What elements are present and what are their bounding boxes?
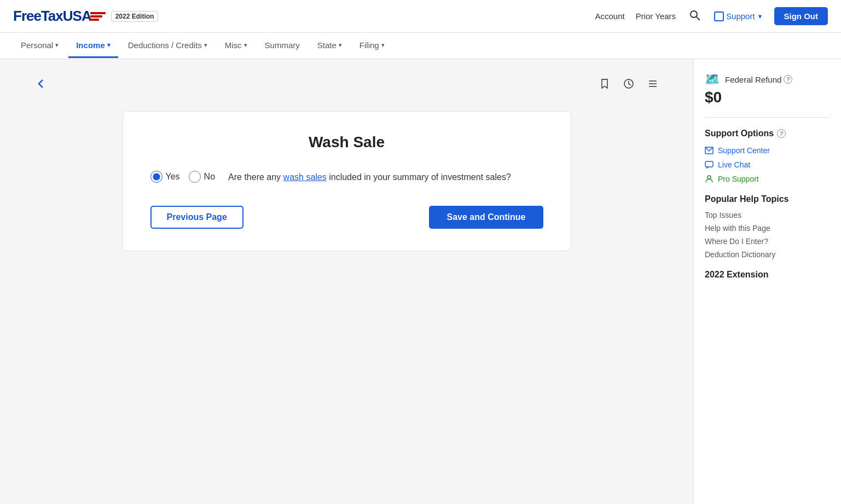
chat-bubble-icon <box>705 161 714 169</box>
no-radio[interactable] <box>189 171 201 183</box>
nav-item-personal[interactable]: Personal ▾ <box>13 34 66 58</box>
chevron-filing-icon: ▾ <box>381 42 385 49</box>
bookmark-icon <box>599 78 610 89</box>
edition-year: 2022 <box>115 13 130 20</box>
support-label: Support <box>726 11 755 21</box>
logo-stripe-1 <box>90 12 106 14</box>
history-button[interactable] <box>621 76 636 94</box>
nav-item-summary[interactable]: Summary <box>257 34 308 58</box>
support-center-label: Support Center <box>718 146 770 155</box>
nav-item-filing[interactable]: Filing ▾ <box>352 34 392 58</box>
nav-label-filing: Filing <box>359 40 379 50</box>
sidebar: 🗺️ Federal Refund ? $0 Support Options ?… <box>693 59 841 504</box>
wash-sales-link[interactable]: wash sales <box>283 172 327 182</box>
person-icon <box>705 175 714 183</box>
support-options-title: Support Options ? <box>705 129 830 138</box>
help-link-1[interactable]: Help with this Page <box>705 224 830 233</box>
logo-area: FreeTaxUSA 2022 Edition <box>13 8 158 25</box>
nav-label-personal: Personal <box>21 40 53 50</box>
support-chevron-icon: ▼ <box>757 13 763 20</box>
content-area: Wash Sale Yes No Are there any wash sale… <box>0 59 693 504</box>
help-topics-title: Popular Help Topics <box>705 194 830 204</box>
support-options-label: Support Options <box>705 129 774 138</box>
svg-point-0 <box>691 11 697 18</box>
logo-stripes <box>90 12 106 21</box>
question-prefix: Are there any <box>228 172 281 182</box>
help-link-2[interactable]: Where Do I Enter? <box>705 237 830 246</box>
refund-label-text: Federal Refund <box>725 75 781 84</box>
pro-support-link[interactable]: Pro Support <box>705 175 830 183</box>
nav-label-deductions: Deductions / Credits <box>128 40 202 50</box>
question-row: Yes No Are there any wash sales included… <box>150 171 543 184</box>
nav-item-deductions[interactable]: Deductions / Credits ▾ <box>120 34 215 58</box>
logo-stripe-2 <box>90 15 102 18</box>
help-link-0[interactable]: Top Issues <box>705 211 830 219</box>
extension-title: 2022 Extension <box>705 270 830 280</box>
chevron-income-icon: ▾ <box>107 42 111 49</box>
chevron-misc-icon: ▾ <box>244 42 247 49</box>
svg-point-8 <box>707 176 711 179</box>
help-link-3[interactable]: Deduction Dictionary <box>705 250 830 259</box>
question-text: Are there any wash sales included in you… <box>228 171 511 184</box>
main-layout: Wash Sale Yes No Are there any wash sale… <box>0 59 841 504</box>
nav-item-misc[interactable]: Misc ▾ <box>217 34 255 58</box>
chevron-personal-icon: ▾ <box>55 42 59 49</box>
nav-bar: Personal ▾ Income ▾ Deductions / Credits… <box>0 33 841 59</box>
support-button[interactable]: Support ▼ <box>714 11 763 21</box>
support-center-link[interactable]: Support Center <box>705 146 830 155</box>
yes-label: Yes <box>166 172 180 182</box>
no-label: No <box>204 172 215 182</box>
header-nav: Account Prior Years Support ▼ Sign Out <box>595 7 828 25</box>
back-button[interactable] <box>33 76 49 95</box>
back-arrow-icon <box>35 78 47 90</box>
logo-text: FreeTaxUSA <box>13 8 91 25</box>
header: FreeTaxUSA 2022 Edition Account Prior Ye… <box>0 0 841 33</box>
refund-section: 🗺️ Federal Refund ? <box>705 72 830 86</box>
prior-years-link[interactable]: Prior Years <box>636 11 676 21</box>
live-chat-label: Live Chat <box>718 160 750 169</box>
logo: FreeTaxUSA <box>13 8 106 25</box>
refund-help-icon[interactable]: ? <box>784 75 792 84</box>
nav-label-misc: Misc <box>225 40 242 50</box>
button-row: Previous Page Save and Continue <box>150 206 543 229</box>
support-options-help-icon[interactable]: ? <box>777 129 786 138</box>
signout-button[interactable]: Sign Out <box>774 7 828 25</box>
previous-page-button[interactable]: Previous Page <box>150 206 243 229</box>
form-card: Wash Sale Yes No Are there any wash sale… <box>123 111 571 251</box>
pro-support-label: Pro Support <box>718 175 759 183</box>
toolbar-icons <box>597 76 660 94</box>
page-title: Wash Sale <box>150 134 543 151</box>
refund-label: Federal Refund ? <box>725 75 792 84</box>
toolbar <box>33 76 660 95</box>
svg-rect-7 <box>705 161 713 167</box>
list-button[interactable] <box>645 76 660 94</box>
clock-icon <box>623 78 634 89</box>
nav-item-state[interactable]: State ▾ <box>310 34 350 58</box>
search-button[interactable] <box>687 7 703 25</box>
no-option[interactable]: No <box>189 171 215 183</box>
edition-label: Edition <box>132 13 154 20</box>
nav-label-income: Income <box>76 40 105 50</box>
yes-option[interactable]: Yes <box>150 171 180 183</box>
bookmark-button[interactable] <box>597 76 612 94</box>
live-chat-link[interactable]: Live Chat <box>705 160 830 169</box>
yes-radio[interactable] <box>150 171 163 183</box>
save-continue-button[interactable]: Save and Continue <box>429 206 543 229</box>
nav-label-state: State <box>317 40 337 50</box>
nav-item-income[interactable]: Income ▾ <box>68 34 118 58</box>
search-icon <box>689 9 701 21</box>
refund-amount: $0 <box>705 89 830 118</box>
chevron-deductions-icon: ▾ <box>204 42 207 49</box>
svg-line-1 <box>697 17 700 20</box>
envelope-icon <box>705 147 714 154</box>
question-suffix: included in your summary of investment s… <box>329 172 511 182</box>
nav-label-summary: Summary <box>265 40 300 50</box>
logo-stripe-3 <box>90 19 99 21</box>
edition-badge: 2022 Edition <box>111 11 159 22</box>
list-icon <box>647 78 658 89</box>
chevron-state-icon: ▾ <box>339 42 342 49</box>
flag-icon: 🗺️ <box>705 72 720 86</box>
chat-icon <box>714 11 724 21</box>
account-link[interactable]: Account <box>595 11 624 21</box>
